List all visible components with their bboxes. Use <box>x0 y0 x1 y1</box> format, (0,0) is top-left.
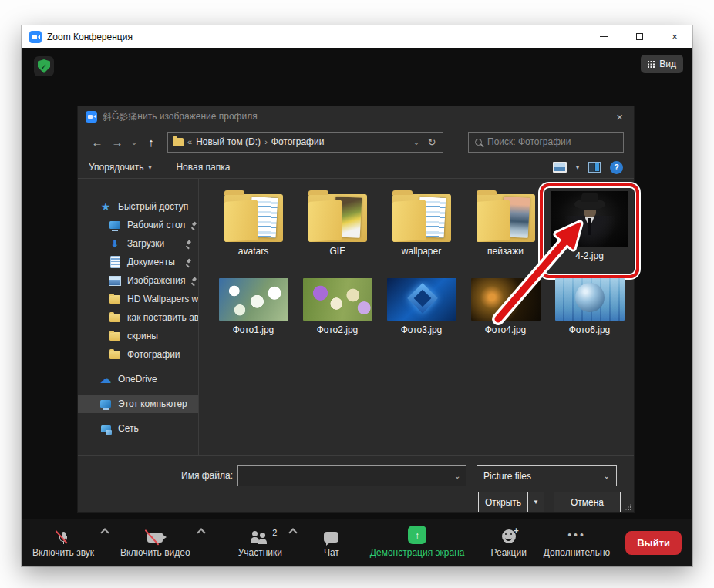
file-item-foto6[interactable]: Фото6.jpg <box>547 278 631 335</box>
start-video-button[interactable]: Включить видео <box>120 527 190 558</box>
sidebar-item-documents[interactable]: Документы <box>78 253 198 271</box>
pin-icon <box>191 277 197 284</box>
sidebar-item-kak-postavit[interactable]: как поставить ават <box>78 308 198 327</box>
address-chevron-icon[interactable]: ⌄ <box>411 138 422 146</box>
folder-icon <box>477 194 535 242</box>
file-label: 4-2.jpg <box>575 250 604 261</box>
toolbar-label: Включить видео <box>120 547 190 558</box>
sidebar-item-label: Изображения <box>127 275 185 286</box>
folder-item-avatars[interactable]: avatars <box>211 190 295 261</box>
cancel-button[interactable]: Отмена <box>554 492 621 512</box>
refresh-icon[interactable]: ↻ <box>426 136 438 148</box>
history-chevron-icon[interactable]: ⌄ <box>127 138 141 146</box>
participants-button[interactable]: 2 Участники <box>238 527 282 558</box>
filename-chevron-icon[interactable]: ⌄ <box>454 472 460 480</box>
chat-button[interactable]: Чат <box>324 527 339 558</box>
video-options-chevron-icon[interactable] <box>197 528 205 536</box>
dialog-toolbar: Упорядочить ▾ Новая папка ▾ ? <box>78 156 634 179</box>
navigation-bar: ← → ⌄ ↑ « Новый том (D:) › Фотографии ⌄ … <box>78 127 634 156</box>
organize-button[interactable]: Упорядочить ▾ <box>89 162 151 173</box>
file-open-dialog: 斜Ǧ影痛нить изображение профиля × ← → ⌄ ↑ «… <box>77 106 635 513</box>
file-thumbnail <box>303 278 372 321</box>
this-pc-icon <box>99 398 112 410</box>
sidebar-item-downloads[interactable]: ⬇Загрузки <box>78 234 198 253</box>
reactions-icon: + <box>502 529 516 543</box>
search-box[interactable] <box>468 132 624 153</box>
address-bar[interactable]: « Новый том (D:) › Фотографии ⌄ ↻ <box>167 132 443 153</box>
folder-icon <box>224 194 283 242</box>
thumbnail-view-icon[interactable] <box>553 162 567 173</box>
folder-icon <box>109 293 121 305</box>
organize-label: Упорядочить <box>89 162 143 173</box>
filetype-select[interactable]: Picture files ⌄ <box>477 465 617 486</box>
folder-icon <box>109 311 121 324</box>
sidebar-item-network[interactable]: Сеть <box>78 419 198 438</box>
file-item-foto4[interactable]: Фото4.jpg <box>463 278 547 335</box>
file-label: Фото3.jpg <box>401 324 443 335</box>
sidebar-item-this-pc[interactable]: Этот компьютер <box>78 395 198 413</box>
window-title: Zoom Конференция <box>47 32 133 42</box>
folder-label: wallpaper <box>402 246 441 257</box>
folder-icon <box>109 348 121 361</box>
unmute-audio-button[interactable]: Включить звук <box>32 527 94 558</box>
view-button[interactable]: Вид <box>641 55 683 73</box>
file-item-foto2[interactable]: Фото2.jpg <box>295 278 379 335</box>
sidebar-item-desktop[interactable]: Рабочий стол <box>78 216 198 234</box>
maximize-button[interactable] <box>621 25 657 48</box>
view-dropdown-icon[interactable]: ▾ <box>576 164 579 171</box>
sidebar-item-fotografii[interactable]: Фотографии <box>78 345 198 364</box>
file-item-4-2-jpg-selected[interactable]: 4-2.jpg <box>547 190 631 261</box>
security-shield-badge[interactable]: ✓ <box>34 56 54 76</box>
open-button[interactable]: Открыть ▼ <box>478 492 544 512</box>
filename-input[interactable] <box>237 465 466 486</box>
sidebar-item-skriny[interactable]: скрины <box>78 327 198 345</box>
file-label: Фото4.jpg <box>485 324 527 335</box>
file-thumbnail <box>219 278 288 321</box>
file-item-foto3[interactable]: Фото3.jpg <box>379 278 463 335</box>
meeting-area: ✓ Вид 斜Ǧ影痛нить изображение профиля × ← →… <box>22 48 692 566</box>
desktop-icon <box>109 219 121 231</box>
breadcrumb-root[interactable]: Новый том (D:) <box>196 136 261 147</box>
minimize-button[interactable] <box>586 25 621 48</box>
folder-item-peyzazhi[interactable]: пейзажи <box>463 190 547 261</box>
more-icon: ••• <box>567 529 586 541</box>
sidebar-item-hd-wallpapers[interactable]: HD Wallpapers with <box>78 290 198 308</box>
breadcrumb-current[interactable]: Фотографии <box>271 136 325 147</box>
view-button-label: Вид <box>659 59 676 69</box>
dialog-titlebar: 斜Ǧ影痛нить изображение профиля × <box>78 106 634 127</box>
share-screen-button[interactable]: ↑ Демонстрация экрана <box>370 527 465 558</box>
sidebar-item-onedrive[interactable]: ☁OneDrive <box>78 370 198 388</box>
mic-muted-icon <box>59 532 68 544</box>
open-button-label: Открыть <box>479 492 527 512</box>
resize-grip[interactable] <box>625 504 631 510</box>
toolbar-label: Включить звук <box>32 547 94 558</box>
file-label: Фото1.jpg <box>233 324 274 335</box>
open-dropdown-icon[interactable]: ▼ <box>527 492 544 512</box>
new-folder-button[interactable]: Новая папка <box>176 162 230 173</box>
video-muted-icon <box>147 533 163 543</box>
forward-button[interactable]: → <box>107 136 127 149</box>
leave-button[interactable]: Выйти <box>625 531 682 555</box>
file-item-foto1[interactable]: Фото1.jpg <box>211 278 295 335</box>
close-button[interactable]: × <box>657 25 692 48</box>
sidebar-item-quick-access[interactable]: ★Быстрый доступ <box>78 197 198 216</box>
folder-item-wallpaper[interactable]: wallpaper <box>379 190 463 261</box>
back-button[interactable]: ← <box>87 136 107 149</box>
sidebar-item-pictures[interactable]: Изображения <box>78 271 198 290</box>
preview-pane-icon[interactable] <box>588 162 601 173</box>
participants-options-chevron-icon[interactable] <box>288 528 297 536</box>
folder-item-gif[interactable]: GIF <box>295 190 379 261</box>
file-label: Фото2.jpg <box>317 324 359 335</box>
sidebar-item-label: Быстрый доступ <box>118 201 188 212</box>
help-icon[interactable]: ? <box>610 161 623 174</box>
sidebar-item-label: Этот компьютер <box>118 398 187 409</box>
participants-count-badge: 2 <box>272 528 277 537</box>
reactions-button[interactable]: + Реакции <box>490 527 526 558</box>
pin-icon <box>186 240 192 247</box>
dialog-close-button[interactable]: × <box>613 110 626 123</box>
sidebar-item-label: Документы <box>127 257 175 267</box>
up-button[interactable]: ↑ <box>141 136 161 149</box>
search-input[interactable] <box>487 136 617 147</box>
more-button[interactable]: ••• Дополнительно <box>544 527 610 558</box>
audio-options-chevron-icon[interactable] <box>100 528 109 536</box>
